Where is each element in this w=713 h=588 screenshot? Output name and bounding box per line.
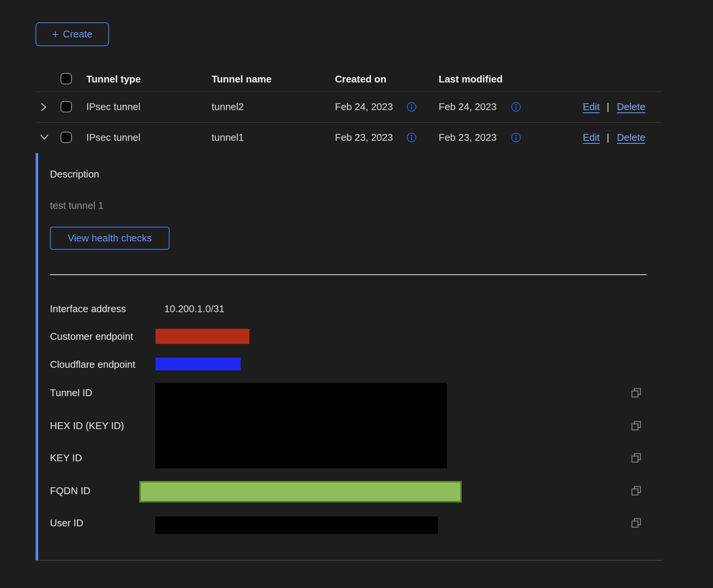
cloudflare-endpoint-redacted-value bbox=[156, 358, 241, 370]
cell-tunnel-name: tunnel2 bbox=[212, 101, 244, 113]
header-last-modified: Last modified bbox=[439, 73, 503, 85]
info-icon[interactable] bbox=[511, 102, 521, 114]
cell-created-on: Feb 23, 2023 bbox=[335, 131, 393, 143]
row-checkbox[interactable] bbox=[61, 101, 72, 112]
fqdn-id-redacted-value bbox=[139, 481, 462, 502]
header-divider bbox=[36, 92, 662, 92]
delete-link[interactable]: Delete bbox=[617, 101, 645, 113]
action-separator: | bbox=[607, 101, 609, 113]
row-divider bbox=[36, 122, 662, 123]
create-button[interactable]: + Create bbox=[36, 22, 109, 46]
cell-created-on: Feb 24, 2023 bbox=[335, 101, 393, 113]
edit-link[interactable]: Edit bbox=[583, 131, 600, 143]
description-label: Description bbox=[50, 168, 99, 180]
delete-link[interactable]: Delete bbox=[617, 131, 645, 143]
fqdn-id-label: FQDN ID bbox=[50, 485, 90, 497]
info-icon[interactable] bbox=[406, 132, 417, 144]
header-created-on: Created on bbox=[335, 73, 386, 85]
user-id-redacted-value bbox=[155, 516, 438, 534]
cell-last-modified: Feb 23, 2023 bbox=[439, 131, 497, 143]
hex-id-label: HEX ID (KEY ID) bbox=[50, 420, 124, 432]
key-id-label: KEY ID bbox=[50, 452, 82, 464]
interface-address-value: 10.200.1.0/31 bbox=[164, 303, 224, 315]
cell-tunnel-type: IPsec tunnel bbox=[86, 131, 140, 143]
view-health-checks-label: View health checks bbox=[68, 232, 152, 244]
expanded-row-marker bbox=[36, 153, 38, 560]
customer-endpoint-redacted-value bbox=[156, 329, 249, 344]
tunnel-id-label: Tunnel ID bbox=[50, 387, 92, 399]
cell-last-modified: Feb 24, 2023 bbox=[439, 101, 497, 113]
header-tunnel-name: Tunnel name bbox=[212, 73, 271, 85]
select-all-checkbox[interactable] bbox=[61, 73, 72, 84]
cloudflare-endpoint-label: Cloudflare endpoint bbox=[50, 358, 135, 370]
create-button-label: Create bbox=[63, 28, 92, 40]
edit-link[interactable]: Edit bbox=[583, 101, 600, 113]
customer-endpoint-label: Customer endpoint bbox=[50, 330, 133, 342]
info-icon[interactable] bbox=[406, 102, 417, 114]
copy-icon[interactable] bbox=[630, 517, 642, 530]
view-health-checks-button[interactable]: View health checks bbox=[50, 227, 170, 250]
plus-icon: + bbox=[52, 29, 59, 40]
chevron-right-icon[interactable] bbox=[39, 101, 48, 114]
section-divider bbox=[50, 274, 646, 275]
copy-icon[interactable] bbox=[630, 420, 642, 433]
ids-redacted-value bbox=[155, 383, 447, 468]
cell-tunnel-name: tunnel1 bbox=[212, 131, 244, 143]
header-tunnel-type: Tunnel type bbox=[86, 73, 141, 85]
info-icon[interactable] bbox=[511, 132, 521, 144]
interface-address-label: Interface address bbox=[50, 303, 126, 315]
user-id-label: User ID bbox=[50, 517, 83, 529]
action-separator: | bbox=[607, 131, 609, 143]
cell-tunnel-type: IPsec tunnel bbox=[86, 101, 140, 113]
copy-icon[interactable] bbox=[630, 387, 642, 400]
ipsec-tunnels-page: + Create Tunnel type Tunnel name Created… bbox=[0, 0, 713, 588]
panel-bottom-divider bbox=[36, 560, 662, 561]
copy-icon[interactable] bbox=[630, 452, 642, 465]
row-checkbox[interactable] bbox=[61, 132, 72, 143]
chevron-down-icon[interactable] bbox=[39, 132, 50, 143]
copy-icon[interactable] bbox=[630, 485, 642, 498]
description-value: test tunnel 1 bbox=[50, 199, 104, 212]
